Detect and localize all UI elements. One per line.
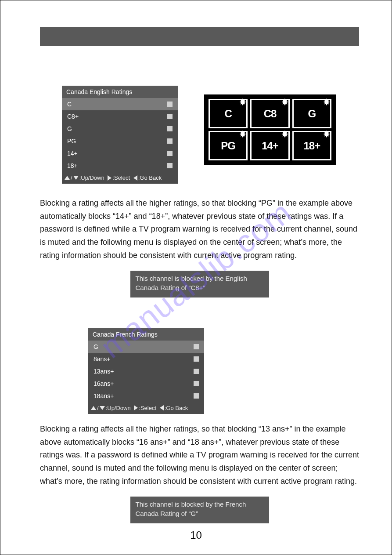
footer-back: :Go Back: [165, 405, 188, 411]
menu-item[interactable]: PG: [62, 135, 178, 147]
checkbox-icon: [194, 356, 199, 362]
menu-item-label: 14+: [67, 150, 78, 157]
badge-14: 14+: [250, 131, 289, 160]
triangle-right-icon: [108, 175, 111, 181]
spacer: [40, 414, 359, 423]
menu-item-label: 13ans+: [94, 368, 114, 375]
blocked-message-english: This channel is blocked by the English C…: [130, 271, 269, 297]
menu-footer: / :Up/Down :Select :Go Back: [88, 402, 204, 414]
menu-item[interactable]: G: [88, 341, 204, 353]
maple-leaf-icon: [238, 130, 248, 139]
badge-label: 14+: [262, 141, 278, 151]
maple-leaf-icon: [322, 130, 331, 139]
page: manualslib.com Canada English Ratings C …: [0, 0, 392, 555]
triangle-up-icon: [91, 406, 96, 410]
menu-item[interactable]: 8ans+: [88, 353, 204, 365]
page-number: 10: [0, 529, 392, 541]
badge-label: G: [308, 109, 316, 119]
menu-title: Canada English Ratings: [62, 86, 178, 98]
menu-item[interactable]: 16ans+: [88, 377, 204, 390]
menu-item-label: G: [67, 125, 72, 132]
checkbox-icon: [194, 344, 199, 349]
badge-c: C: [209, 99, 248, 128]
triangle-down-icon: [100, 406, 105, 410]
badge-18: 18+: [292, 131, 331, 160]
triangle-left-icon: [133, 175, 137, 181]
menu-item-label: PG: [67, 138, 76, 145]
badge-label: C8: [264, 109, 277, 119]
footer-select: :Select: [112, 174, 130, 181]
menu-item-label: 18ans+: [94, 392, 114, 399]
checkbox-icon: [167, 138, 173, 144]
menu-item-label: 16ans+: [94, 380, 114, 387]
footer-updown: :Up/Down: [79, 174, 104, 181]
checkbox-icon: [167, 163, 173, 168]
maple-leaf-icon: [280, 98, 290, 107]
menu-item[interactable]: G: [62, 123, 178, 135]
maple-leaf-icon: [322, 98, 331, 107]
triangle-left-icon: [160, 405, 164, 410]
badge-label: 18+: [303, 141, 320, 151]
badge-c8: C8: [250, 99, 289, 128]
footer-select: :Select: [139, 405, 156, 411]
badge-label: C: [224, 109, 231, 119]
badge-label: PG: [221, 141, 235, 151]
header-bar: [40, 27, 359, 46]
footer-back: :Go Back: [138, 174, 162, 181]
checkbox-icon: [194, 393, 199, 399]
maple-leaf-icon: [280, 130, 290, 139]
blocked-message-french: This channel is blocked by the French Ca…: [130, 497, 269, 523]
footer-updown: :Up/Down: [106, 405, 131, 411]
menu-item-label: G: [94, 343, 98, 350]
row-english: Canada English Ratings C C8+ G PG 14+: [40, 86, 359, 184]
menu-item[interactable]: 14+: [62, 147, 178, 160]
triangle-up-icon: [65, 176, 70, 180]
paragraph-english: Blocking a rating affects all the higher…: [40, 197, 359, 262]
menu-item[interactable]: 18+: [62, 160, 178, 172]
checkbox-icon: [194, 369, 199, 374]
badge-pg: PG: [209, 131, 248, 160]
menu-item[interactable]: 18ans+: [88, 390, 204, 402]
checkbox-icon: [194, 381, 199, 386]
triangle-down-icon: [73, 176, 79, 180]
menu-footer: / :Up/Down :Select :Go Back: [62, 172, 178, 184]
triangle-right-icon: [134, 405, 138, 410]
maple-leaf-icon: [238, 98, 248, 107]
checkbox-icon: [167, 126, 173, 131]
menu-item-label: 8ans+: [94, 355, 111, 363]
checkbox-icon: [167, 114, 173, 119]
canada-french-menu: Canada French Ratings G 8ans+ 13ans+ 16a…: [88, 328, 204, 414]
checkbox-icon: [167, 102, 173, 107]
menu-item[interactable]: 13ans+: [88, 365, 204, 377]
checkbox-icon: [167, 151, 173, 156]
menu-title: Canada French Ratings: [88, 328, 204, 341]
canada-english-menu: Canada English Ratings C C8+ G PG 14+: [62, 86, 178, 184]
badge-g: G: [292, 99, 331, 128]
rating-badges: C C8 G PG 14+ 18+: [204, 94, 336, 165]
menu-item[interactable]: C8+: [62, 110, 178, 123]
paragraph-french: Blocking a rating affects all the higher…: [40, 423, 359, 488]
spacer: [40, 315, 359, 328]
menu-item[interactable]: C: [62, 98, 178, 110]
menu-item-label: 18+: [67, 162, 78, 169]
menu-item-label: C8+: [67, 113, 79, 120]
menu-item-label: C: [67, 101, 72, 108]
